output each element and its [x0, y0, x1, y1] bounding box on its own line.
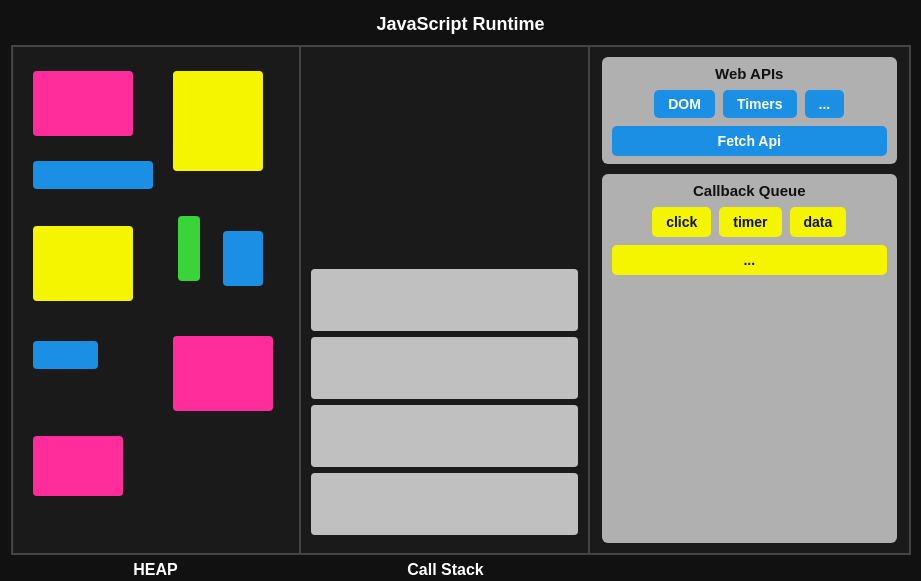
callstack-inner — [311, 61, 578, 545]
heap-block-b2 — [173, 71, 263, 171]
click-item[interactable]: click — [652, 207, 711, 237]
web-apis-box: Web APIs DOM Timers ... Fetch Api — [602, 57, 897, 164]
main-container: Web APIs DOM Timers ... Fetch Api Callba… — [11, 45, 911, 555]
heap-block-b8 — [173, 336, 273, 411]
ellipsis-button[interactable]: ... — [805, 90, 845, 118]
heap-block-b9 — [33, 436, 123, 496]
web-apis-row: DOM Timers ... — [612, 90, 887, 118]
queue-ellipsis: ... — [612, 245, 887, 275]
stack-slot-2 — [311, 405, 578, 467]
callback-queue-title: Callback Queue — [612, 182, 887, 199]
labels-row: HEAP Call Stack — [11, 555, 911, 579]
right-section: Web APIs DOM Timers ... Fetch Api Callba… — [590, 47, 909, 553]
callstack-section — [301, 47, 590, 553]
callstack-label: Call Stack — [301, 555, 591, 579]
page-title: JavaScript Runtime — [376, 14, 544, 35]
timers-button[interactable]: Timers — [723, 90, 797, 118]
heap-inner — [23, 61, 290, 545]
heap-block-b4 — [178, 216, 200, 281]
data-item[interactable]: data — [790, 207, 847, 237]
heap-section — [13, 47, 302, 553]
heap-block-b6 — [223, 231, 263, 286]
callback-items-row: click timer data — [612, 207, 887, 237]
heap-block-b7 — [33, 341, 98, 369]
heap-block-b3 — [33, 161, 153, 189]
fetch-api-button[interactable]: Fetch Api — [612, 126, 887, 156]
timer-item[interactable]: timer — [719, 207, 781, 237]
stack-slot-1 — [311, 337, 578, 399]
stack-slot-0 — [311, 269, 578, 331]
callback-queue-box: Callback Queue click timer data ... — [602, 174, 897, 543]
dom-button[interactable]: DOM — [654, 90, 715, 118]
stack-slot-3 — [311, 473, 578, 535]
heap-block-b1 — [33, 71, 133, 136]
heap-label: HEAP — [11, 555, 301, 579]
heap-block-b5 — [33, 226, 133, 301]
web-apis-title: Web APIs — [612, 65, 887, 82]
